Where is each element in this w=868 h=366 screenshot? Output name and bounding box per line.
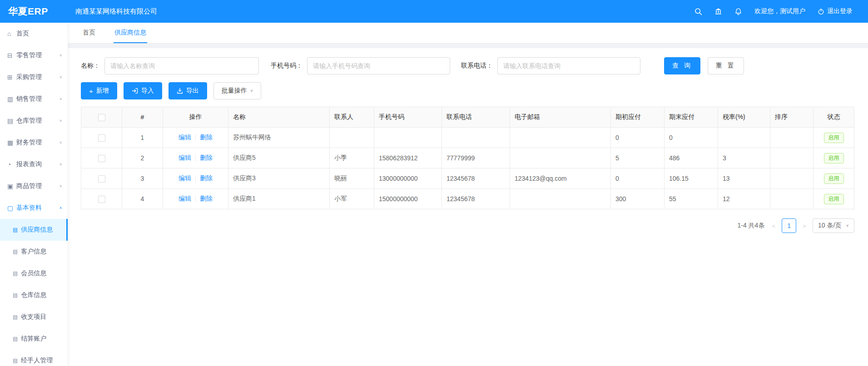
sidebar-menu-item[interactable]: ⌂ 首页	[0, 23, 68, 45]
chevron-icon: ∨	[59, 141, 62, 144]
menu-item-icon: ⌂	[7, 30, 16, 37]
submenu-item-label: 结算账户	[21, 335, 46, 343]
col-header-name: 名称	[228, 107, 330, 128]
col-header-tel: 联系电话	[442, 107, 510, 128]
menu-item-label: 零售管理	[16, 51, 57, 59]
supplier-panel: 名称： 手机号码： 联系电话： 查 询 重 置 + 新增 导入	[68, 48, 868, 366]
sidebar: ⌂ 首页 ⊟ 零售管理 ∨ ⊞ 采购管理 ∨ ▥ 销售管理 ∨	[0, 23, 68, 366]
delete-link[interactable]: 删除	[200, 134, 213, 141]
topbar-actions: 欢迎您，测试用户 退出登录	[694, 7, 868, 15]
cell-ops: 编辑删除	[163, 148, 228, 168]
tab-bar: 首页 供应商信息	[68, 23, 868, 44]
supplier-table: # 操作 名称 联系人 手机号码 联系电话 电子邮箱 期初应付 期末应付 税率(…	[81, 107, 854, 209]
delete-link[interactable]: 删除	[200, 154, 213, 161]
cell-name: 苏州蜗牛网络	[228, 128, 330, 148]
content-gap	[68, 44, 868, 48]
menu-item-label: 销售管理	[16, 95, 57, 103]
page-size-value: 10 条/页	[818, 222, 841, 230]
add-button[interactable]: + 新增	[81, 82, 117, 99]
sidebar-submenu-item[interactable]: ▤ 仓库信息	[0, 284, 68, 306]
menu-item-label: 商品管理	[16, 182, 57, 190]
sidebar-menu-item[interactable]: ▤ 仓库管理 ∨	[0, 110, 68, 132]
sidebar-submenu-item[interactable]: ▤ 经手人管理	[0, 350, 68, 366]
platform-icon[interactable]	[714, 8, 722, 15]
logout-icon	[818, 8, 824, 15]
col-header-email: 电子邮箱	[510, 107, 611, 128]
cell-contact: 小季	[330, 148, 374, 168]
logout-button[interactable]: 退出登录	[818, 7, 853, 15]
page-size-select[interactable]: 10 条/页 ∨	[813, 218, 854, 233]
sidebar-menu-item[interactable]: ▥ 销售管理 ∨	[0, 88, 68, 110]
sidebar-submenu-item[interactable]: ▤ 会员信息	[0, 262, 68, 284]
sidebar-menu-item[interactable]: ⊞ 采购管理 ∨	[0, 66, 68, 88]
reset-button[interactable]: 重 置	[708, 57, 744, 74]
cell-ops: 编辑删除	[163, 189, 228, 209]
search-icon[interactable]	[694, 8, 702, 15]
name-filter-input[interactable]	[104, 57, 259, 74]
next-page-icon[interactable]: >	[802, 223, 807, 229]
sidebar-submenu: ▤ 供应商信息 ▤ 客户信息 ▤ 会员信息 ▤ 仓库信息 ▤ 收支项目	[0, 219, 68, 366]
col-header-tax-rate: 税率(%)	[718, 107, 770, 128]
batch-actions-button[interactable]: 批量操作 ∨	[213, 82, 262, 99]
mobile-filter-input[interactable]	[307, 57, 450, 74]
sidebar-submenu-item[interactable]: ▤ 收支项目	[0, 306, 68, 328]
sidebar-menu-item[interactable]: ⊟ 零售管理 ∨	[0, 45, 68, 66]
mobile-filter-label: 手机号码：	[271, 62, 303, 70]
cell-begin-payable: 0	[611, 168, 665, 189]
sidebar-menu-item[interactable]: ▦ 财务管理 ∨	[0, 132, 68, 153]
prev-page-icon[interactable]: <	[771, 223, 776, 229]
sidebar-submenu-item[interactable]: ▤ 结算账户	[0, 328, 68, 350]
row-checkbox[interactable]	[98, 155, 105, 162]
cell-tel: 12345678	[442, 189, 510, 209]
cell-index: 2	[122, 148, 163, 168]
import-button[interactable]: 导入	[124, 82, 162, 99]
import-icon	[132, 88, 138, 94]
tel-filter-input[interactable]	[497, 57, 640, 74]
action-toolbar: + 新增 导入 导出 批量操作	[81, 82, 854, 99]
submenu-item-icon: ▤	[13, 248, 18, 255]
col-header-mobile: 手机号码	[374, 107, 442, 128]
page-tab[interactable]: 供应商信息	[114, 23, 147, 43]
menu-item-icon: ▥	[7, 95, 16, 103]
delete-link[interactable]: 删除	[200, 174, 213, 182]
edit-link[interactable]: 编辑	[179, 195, 191, 202]
sidebar-submenu-item[interactable]: ▤ 供应商信息	[0, 219, 68, 241]
export-button[interactable]: 导出	[169, 82, 207, 99]
add-button-label: 新增	[96, 87, 109, 95]
page-tab[interactable]: 首页	[82, 23, 96, 43]
status-badge: 启用	[824, 194, 844, 204]
menu-item-icon: ▦	[7, 139, 16, 146]
edit-link[interactable]: 编辑	[179, 174, 191, 182]
op-divider	[195, 175, 196, 182]
cell-contact	[330, 128, 374, 148]
col-header-end-payable: 期末应付	[665, 107, 718, 128]
chevron-icon: ∨	[59, 163, 62, 166]
cell-tax-rate	[718, 128, 770, 148]
menu-item-label: 首页	[16, 30, 60, 38]
row-checkbox[interactable]	[98, 134, 105, 142]
export-icon	[177, 88, 183, 94]
sidebar-submenu-item[interactable]: ▤ 客户信息	[0, 241, 68, 262]
menu-item-label: 财务管理	[16, 138, 57, 147]
submenu-item-icon: ▤	[13, 270, 18, 277]
cell-tel	[442, 128, 510, 148]
menu-item-icon: ◔	[7, 161, 16, 168]
select-all-checkbox[interactable]	[98, 114, 105, 121]
status-badge: 启用	[824, 153, 844, 163]
delete-link[interactable]: 删除	[200, 195, 213, 202]
sidebar-menu-item[interactable]: ▢ 基本资料 ∧	[0, 197, 68, 219]
op-divider	[195, 134, 196, 141]
menu-item-icon: ▢	[7, 204, 16, 212]
row-checkbox[interactable]	[98, 196, 105, 203]
sidebar-menu-item[interactable]: ◔ 报表查询 ∨	[0, 153, 68, 175]
sidebar-menu-item[interactable]: ▣ 商品管理 ∨	[0, 175, 68, 197]
search-button[interactable]: 查 询	[664, 57, 700, 74]
submenu-item-label: 供应商信息	[21, 226, 53, 234]
page-number[interactable]: 1	[782, 218, 796, 233]
chevron-icon: ∨	[59, 184, 62, 188]
bell-icon[interactable]	[734, 8, 742, 15]
edit-link[interactable]: 编辑	[179, 154, 191, 161]
edit-link[interactable]: 编辑	[179, 134, 191, 141]
row-checkbox[interactable]	[98, 175, 105, 183]
cell-tel: 12345678	[442, 168, 510, 189]
